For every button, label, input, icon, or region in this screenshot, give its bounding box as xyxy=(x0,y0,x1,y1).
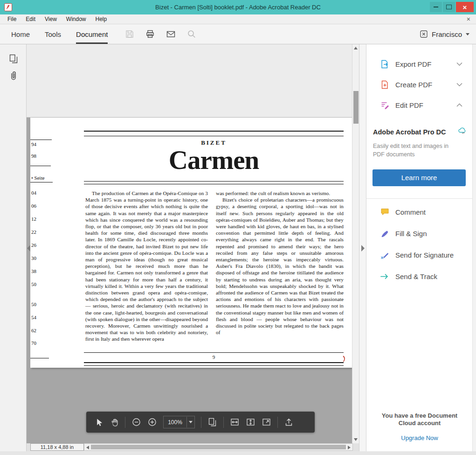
right-text-column: was performed: the cult of realism known… xyxy=(216,190,344,336)
learn-more-button[interactable]: Learn more xyxy=(373,169,466,186)
paragraph: was performed: the cult of realism known… xyxy=(216,190,344,196)
toolbar-divider xyxy=(201,417,201,428)
export-pdf-icon xyxy=(379,59,390,69)
title-bar: Bizet - Carmen [Solti] booklet.pdf - Ado… xyxy=(0,0,476,14)
hand-tool-icon[interactable] xyxy=(110,418,119,427)
share-icon[interactable] xyxy=(284,417,294,427)
send-track-row[interactable]: Send & Track xyxy=(366,266,473,287)
window-controls: × xyxy=(430,2,474,12)
main-toolbar: Home Tools Document Francisco xyxy=(0,24,476,44)
previous-page-bottom xyxy=(27,44,352,118)
chevron-up-icon xyxy=(456,103,462,107)
search-icon[interactable] xyxy=(187,29,196,39)
upgrade-now-link[interactable]: Upgrade Now xyxy=(366,434,473,441)
collapse-left-pane-arrow[interactable] xyxy=(27,245,30,252)
margin-rule xyxy=(30,166,51,166)
comment-row[interactable]: Comment xyxy=(366,201,473,223)
margin-note: 98 xyxy=(31,153,47,159)
export-pdf-row[interactable]: Export PDF xyxy=(366,54,473,74)
cloud-edit-icon xyxy=(458,126,467,136)
fit-width-icon[interactable] xyxy=(230,417,240,427)
rule xyxy=(84,184,344,184)
minimize-button[interactable] xyxy=(430,2,442,12)
user-name: Francisco xyxy=(432,30,462,38)
send-for-signature-row[interactable]: Send for Signature xyxy=(366,244,473,266)
email-icon[interactable] xyxy=(166,29,176,39)
menu-file[interactable]: File xyxy=(3,14,21,24)
attachments-icon[interactable] xyxy=(8,70,19,81)
menu-help[interactable]: Help xyxy=(91,14,112,24)
page-size-status: 11,18 x 4,88 in xyxy=(30,443,84,451)
collapse-right-panel-arrow[interactable] xyxy=(361,245,365,252)
edit-pdf-row[interactable]: Edit PDF xyxy=(366,95,473,115)
tab-tools[interactable]: Tools xyxy=(45,24,61,44)
caret-down-icon xyxy=(189,421,193,423)
horizontal-scrollbar-thumb[interactable] xyxy=(91,445,346,449)
caret-down-icon xyxy=(466,33,469,35)
fill-sign-icon xyxy=(379,229,390,238)
margin-note: 04 xyxy=(31,190,47,196)
margin-note: 06 xyxy=(31,203,47,209)
select-tool-icon[interactable] xyxy=(95,418,103,427)
margin-note: 70 xyxy=(31,340,47,346)
document-status-row: 11,18 x 4,88 in xyxy=(27,443,359,451)
toolbar-divider xyxy=(223,417,224,428)
margin-note: 30 xyxy=(31,255,47,261)
margin-note: 94 xyxy=(31,141,47,147)
chevron-down-icon xyxy=(456,62,462,66)
tab-document[interactable]: Document xyxy=(76,24,108,44)
document-cloud-account-icon xyxy=(420,30,428,38)
page-thumbnails-icon[interactable] xyxy=(8,54,19,64)
promo-title: Adobe Acrobat Pro DC xyxy=(373,128,446,136)
panel-divider xyxy=(366,198,473,199)
scroll-left-arrow[interactable] xyxy=(86,446,89,449)
margin-note: 38 xyxy=(31,268,47,274)
zoom-in-icon[interactable] xyxy=(147,417,157,427)
document-viewport[interactable]: BIZET Carmen 94 98 • Seite 04 06 12 22 2… xyxy=(27,44,359,451)
send-for-signature-label: Send for Signature xyxy=(395,251,473,259)
pdf-page: BIZET Carmen 94 98 • Seite 04 06 12 22 2… xyxy=(30,118,352,368)
scroll-up-arrow[interactable] xyxy=(354,47,358,49)
floating-zoom-toolbar: 100% xyxy=(86,412,315,433)
panel-scrollbar[interactable] xyxy=(472,44,476,451)
booklet-title-large: Carmen xyxy=(84,147,344,173)
fullscreen-icon[interactable] xyxy=(262,417,271,427)
menu-edit[interactable]: Edit xyxy=(21,14,40,24)
menu-window[interactable]: Window xyxy=(62,14,91,24)
menu-view[interactable]: View xyxy=(40,14,62,24)
send-signature-icon xyxy=(379,250,390,260)
close-window-button[interactable]: × xyxy=(456,2,474,12)
fill-sign-row[interactable]: Fill & Sign xyxy=(366,223,473,244)
margin-note: 50 xyxy=(31,281,47,287)
rule xyxy=(84,362,344,363)
create-pdf-row[interactable]: Create PDF xyxy=(366,74,473,95)
print-icon[interactable] xyxy=(145,29,155,39)
account-menu[interactable]: Francisco xyxy=(420,24,469,44)
maximize-button[interactable] xyxy=(443,2,455,12)
margin-rule xyxy=(30,182,53,182)
promo-description: Easily edit text and images in PDF docum… xyxy=(373,142,457,159)
panel-gutter xyxy=(359,44,366,451)
zoom-page-level-icon[interactable] xyxy=(246,417,255,427)
zoom-out-icon[interactable] xyxy=(131,417,141,427)
vertical-scrollbar-thumb[interactable] xyxy=(353,91,359,124)
close-document-icon[interactable]: × xyxy=(467,14,470,24)
margin-note: 22 xyxy=(31,229,47,235)
tab-home[interactable]: Home xyxy=(11,24,30,44)
page-number: 9 xyxy=(84,354,344,360)
horizontal-scrollbar[interactable] xyxy=(84,443,353,451)
fill-sign-label: Fill & Sign xyxy=(395,230,473,238)
rule xyxy=(84,365,344,366)
edit-pdf-icon xyxy=(379,100,390,110)
margin-note: 62 xyxy=(31,328,47,333)
zoom-level-select[interactable]: 100% xyxy=(163,416,195,428)
save-icon[interactable] xyxy=(125,29,134,39)
vertical-scrollbar[interactable] xyxy=(352,44,359,443)
scroll-down-arrow[interactable] xyxy=(354,438,358,441)
navigation-rail xyxy=(0,44,27,451)
page-display-icon[interactable] xyxy=(207,417,217,427)
scroll-right-arrow[interactable] xyxy=(348,446,351,449)
margin-note: 12 xyxy=(31,216,47,222)
comment-icon xyxy=(379,207,390,217)
minimize-icon xyxy=(434,7,438,7)
